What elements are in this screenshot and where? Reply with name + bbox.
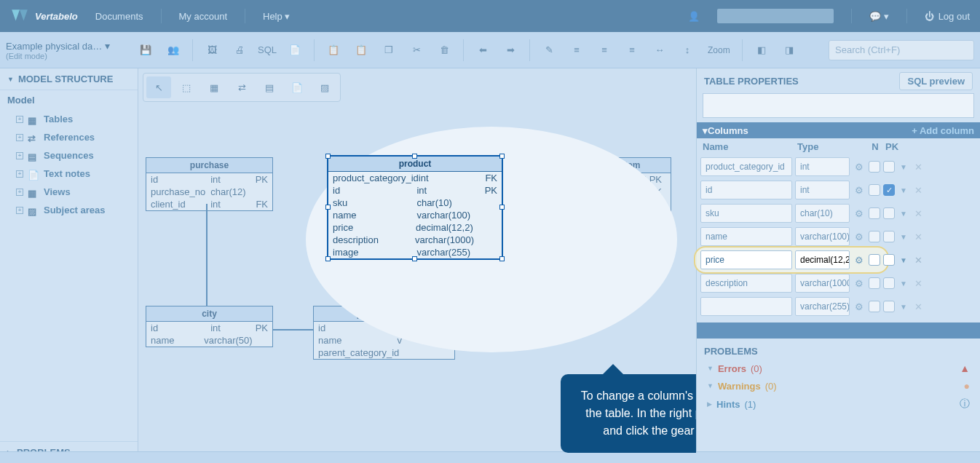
column-name-input[interactable] [700,297,792,316]
delete-column-icon[interactable]: ✕ [912,278,924,289]
distribute-h-icon[interactable]: ↔ [648,39,671,62]
column-type-input[interactable]: int [795,181,850,199]
marquee-tool-icon[interactable]: ⬚ [174,76,199,98]
delete-column-icon[interactable]: ✕ [912,208,924,219]
nav-help[interactable]: Help ▾ [263,11,290,22]
gear-icon[interactable]: ⚙ [853,232,866,242]
column-type-input[interactable]: varchar(100) [795,227,850,246]
distribute-v-icon[interactable]: ↕ [676,39,699,62]
sidebar-item-subject-areas[interactable]: +▨Subject areas [0,201,138,219]
delete-column-icon[interactable]: ✕ [912,162,924,173]
chevron-down-icon[interactable]: ▼ [898,210,909,218]
column-name-input[interactable]: price [700,250,792,269]
paste-icon[interactable]: 📋 [349,39,373,62]
add-view-icon[interactable]: ▤ [257,76,282,98]
resize-handle[interactable] [325,205,331,210]
trash-icon[interactable]: 🗑 [432,39,456,62]
warnings-row[interactable]: ▼Warnings (0)● [697,377,980,395]
column-name-input[interactable]: product_category_id [700,157,792,176]
expand-icon[interactable]: + [16,152,23,159]
table-name-input[interactable] [703,93,974,118]
expand-icon[interactable]: + [16,134,23,141]
column-name-input[interactable]: sku [700,204,792,223]
sql-preview-button[interactable]: SQL preview [899,72,973,90]
redo-icon[interactable]: ➡ [499,39,522,62]
expand-icon[interactable]: + [16,207,23,214]
brand-logo[interactable]: Vertabelo [10,7,78,25]
pk-checkbox[interactable] [883,231,895,242]
entity-city[interactable]: city idintPK namevarchar(50) [146,306,273,347]
nullable-checkbox[interactable] [869,207,880,219]
pk-checkbox[interactable] [883,207,895,219]
entity-product[interactable]: product product_category_idintFK idintPK… [328,156,502,259]
save-icon[interactable]: 💾 [134,39,157,62]
delete-column-icon[interactable]: ✕ [912,185,924,196]
gear-icon[interactable]: ⚙ [853,278,866,289]
resize-handle[interactable] [499,154,505,159]
hints-row[interactable]: ▶Hints (1)ⓘ [697,395,980,413]
image-icon[interactable]: 🖼 [200,39,224,62]
nav-my-account[interactable]: My account [179,11,227,22]
canvas[interactable]: ↖ ⬚ ▦ ⇄ ▤ 📄 ▨ purchase idintPK purchase_… [138,68,696,463]
column-type-input[interactable]: char(10) [795,204,850,223]
expand-icon[interactable]: + [16,189,23,196]
nav-documents[interactable]: Documents [95,11,143,22]
gear-icon[interactable]: ⚙ [853,162,866,173]
nullable-checkbox[interactable] [869,254,880,266]
chevron-down-icon[interactable]: ▼ [898,280,909,288]
model-name[interactable]: Example physical da… ▾ (Edit mode) [6,40,130,60]
sql-icon[interactable]: SQL [256,39,279,62]
collapsed-section[interactable] [697,322,980,339]
zoom-label[interactable]: Zoom [703,39,735,62]
chevron-down-icon[interactable]: ▼ [898,303,909,311]
resize-handle[interactable] [325,256,331,261]
copy-icon[interactable]: 📋 [322,39,345,62]
columns-section[interactable]: ▾ Columns + Add column [697,122,980,138]
align-left-icon[interactable]: ≡ [565,39,588,62]
delete-column-icon[interactable]: ✕ [912,301,924,312]
search-input[interactable]: Search (Ctrl+F) [829,40,974,60]
resize-handle[interactable] [412,256,417,261]
tree-root[interactable]: Model [0,90,138,110]
resize-handle[interactable] [499,205,505,210]
add-note-icon[interactable]: 📄 [285,76,309,98]
pk-checkbox[interactable] [883,301,895,312]
chevron-down-icon[interactable]: ▼ [898,233,909,241]
column-name-input[interactable]: description [700,274,792,293]
column-type-input[interactable]: varchar(1000 [795,274,850,293]
sidebar-item-tables[interactable]: +▦Tables [0,110,138,128]
layout-right-icon[interactable]: ◨ [778,39,801,62]
pk-checkbox[interactable] [883,161,895,173]
undo-icon[interactable]: ⬅ [471,39,494,62]
layout-left-icon[interactable]: ◧ [750,39,773,62]
pk-checkbox[interactable] [883,277,895,289]
resize-handle[interactable] [412,154,417,159]
share-icon[interactable]: 👥 [162,39,185,62]
entity-purchase[interactable]: purchase idintPK purchase_nochar(12) cli… [146,157,273,211]
expand-icon[interactable]: + [16,170,23,178]
add-table-icon[interactable]: ▦ [202,76,226,98]
pk-checkbox[interactable]: ✓ [883,184,895,196]
resize-handle[interactable] [499,256,505,261]
column-type-input[interactable]: int [795,157,850,176]
gear-icon[interactable]: ⚙ [853,185,866,196]
sidebar-item-references[interactable]: +⇄References [0,128,138,146]
resize-handle[interactable] [325,154,331,159]
chevron-down-icon[interactable]: ▼ [898,163,909,171]
nullable-checkbox[interactable] [869,184,880,196]
align-center-icon[interactable]: ≡ [593,39,616,62]
delete-column-icon[interactable]: ✕ [912,232,924,242]
sidebar-item-sequences[interactable]: +▤Sequences [0,146,138,165]
align-right-icon[interactable]: ≡ [620,39,644,62]
nullable-checkbox[interactable] [869,161,880,173]
chat-icon[interactable]: 💬 ▾ [869,11,889,22]
column-type-input[interactable]: decimal(12,2 [795,250,850,269]
errors-row[interactable]: ▼Errors (0)▲ [697,360,980,377]
logout-link[interactable]: ⏻ Log out [925,11,970,22]
column-name-input[interactable]: name [700,227,792,246]
select-tool-icon[interactable]: ↖ [146,76,171,98]
nullable-checkbox[interactable] [869,301,880,312]
sidebar-item-text-notes[interactable]: +📄Text notes [0,165,138,183]
chevron-down-icon[interactable]: ▼ [898,186,909,194]
column-type-input[interactable]: varchar(255) [795,297,850,316]
